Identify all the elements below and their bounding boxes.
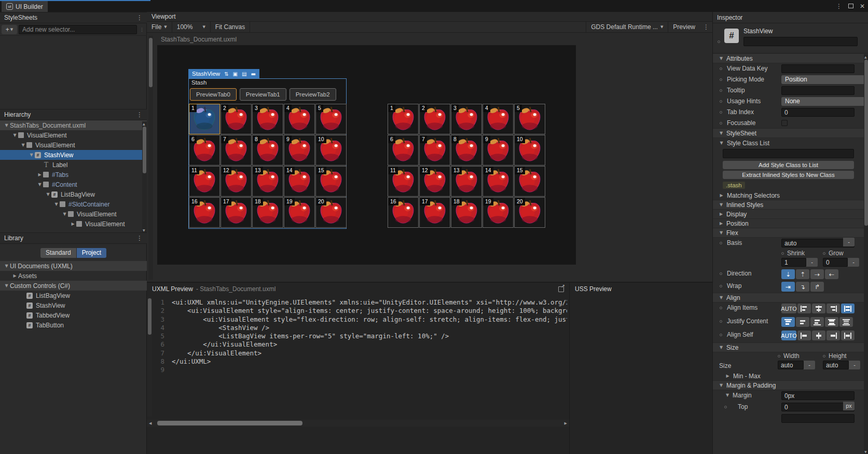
slot-cell-11[interactable]: 11 (189, 166, 220, 197)
stash-tab-previewtab0[interactable]: PreviewTab0 (190, 88, 237, 101)
style-class-list-row[interactable]: ▼Style Class List (713, 138, 864, 148)
collapse-arrow-icon[interactable]: ▼ (53, 202, 60, 207)
collapse-arrow-icon[interactable]: ▼ (3, 264, 10, 268)
direction-column-reverse-button[interactable]: ⇡ (796, 269, 809, 279)
slot-cell-13[interactable]: 13 (252, 166, 283, 197)
tree-row-visualelement[interactable]: ▶VisualElement (0, 219, 147, 229)
slot-cell-13[interactable]: 13 (451, 166, 482, 197)
slot-cell-8[interactable]: 8 (451, 135, 482, 166)
flex-shrink-input[interactable]: 1 (781, 258, 806, 267)
slot-cell-19[interactable]: 19 (483, 197, 514, 228)
margin-input[interactable]: 0px (781, 391, 855, 400)
style-class-input[interactable] (723, 149, 854, 158)
tree-row-stashview[interactable]: ▼#StashView (0, 150, 147, 160)
tree-row--tabs[interactable]: ▶#Tabs (0, 170, 147, 180)
maximize-icon[interactable] (848, 4, 853, 8)
slot-cell-14[interactable]: 14 (284, 166, 315, 197)
wrap-wrap-button[interactable]: ↴ (796, 282, 809, 292)
expand-arrow-icon[interactable]: ▶ (11, 273, 18, 278)
slot-cell-2[interactable]: 2 (419, 104, 450, 134)
library-tab-project[interactable]: Project (77, 248, 106, 258)
slot-cell-17[interactable]: 17 (419, 197, 450, 228)
hierarchy-scrollbar[interactable]: ▲ ▼ (142, 121, 147, 232)
extract-inlined-styles-button[interactable]: Extract Inlined Styles to New Class (723, 171, 854, 179)
slot-cell-16[interactable]: 16 (388, 197, 419, 228)
align-self-flex-end-button[interactable] (826, 331, 840, 340)
slot-cell-9[interactable]: 9 (284, 135, 315, 166)
flex-shrink-unit-dropdown[interactable]: - (806, 258, 818, 267)
justify-center-button[interactable] (796, 317, 809, 327)
expand-arrow-icon[interactable]: ▶ (70, 222, 76, 226)
slot-cell-8[interactable]: 8 (252, 135, 283, 166)
margin-left-input[interactable] (781, 414, 855, 423)
stashview-element[interactable]: Stash PreviewTab0PreviewTab1PreviewTab2 … (188, 78, 347, 229)
section-stylesheet[interactable]: ▼StyleSheet (713, 128, 864, 138)
collapse-arrow-icon[interactable]: ▼ (20, 143, 26, 147)
flex-grow-unit-dropdown[interactable]: - (848, 258, 859, 267)
align-items-flex-end-button[interactable] (826, 304, 840, 313)
inspector-scrollbar[interactable]: ▲ ▼ (864, 54, 868, 454)
selector-options-icon[interactable]: ⋮ (140, 27, 144, 32)
uxml-horizontal-scrollbar[interactable]: ◀ ▶ (147, 420, 569, 427)
slot-cell-4[interactable]: 4 (284, 104, 315, 134)
scroll-left-icon[interactable]: ◀ (149, 421, 151, 425)
slot-cell-20[interactable]: 20 (514, 197, 545, 228)
height-input[interactable]: auto (823, 361, 849, 369)
anchor-horizontal-icon[interactable]: ▣ (233, 71, 238, 77)
file-menu[interactable]: File▼ (147, 22, 172, 32)
slot-cell-11[interactable]: 11 (388, 166, 419, 197)
slot-cell-18[interactable]: 18 (451, 197, 482, 228)
code-line[interactable]: 4 <StashView /> (150, 324, 567, 332)
slot-cell-10[interactable]: 10 (315, 135, 347, 166)
section-flex[interactable]: ▼Flex (713, 228, 864, 238)
preview-toggle-button[interactable]: Preview (668, 22, 700, 32)
tree-row-stashtabs-document-uxml[interactable]: ▼StashTabs_Document.uxml (0, 120, 147, 130)
section-align[interactable]: ▼Align (713, 293, 864, 302)
justify-space-around-button[interactable] (839, 317, 853, 327)
tree-row-listbagview[interactable]: ▼#ListBagView (0, 189, 147, 199)
code-line[interactable]: 1<ui:UXML xmlns:ui="UnityEngine.UIElemen… (150, 298, 567, 307)
code-line[interactable]: 9 (150, 366, 567, 374)
justify-flex-start-button[interactable] (781, 317, 795, 327)
slot-cell-16[interactable]: 16 (189, 197, 220, 228)
tree-section-ui-documents-uxml-[interactable]: ▼UI Documents (UXML) (0, 261, 147, 271)
viewport-menu-icon[interactable]: ⋮ (700, 22, 712, 32)
tree-row-visualelement[interactable]: ▼VisualElement (0, 140, 147, 150)
slot-cell-14[interactable]: 14 (483, 166, 514, 197)
collapse-arrow-icon[interactable]: ▼ (28, 153, 35, 157)
tree-row-tabbutton[interactable]: #TabButton (0, 320, 147, 330)
slot-cell-15[interactable]: 15 (315, 166, 347, 197)
code-line[interactable]: 3 <ui:VisualElement style="flex-directio… (150, 315, 567, 324)
stash-tab-previewtab1[interactable]: PreviewTab1 (240, 88, 286, 101)
flex-grow-input[interactable]: 0 (823, 258, 848, 267)
code-line[interactable]: 2 <ui:VisualElement style="align-items: … (150, 307, 567, 315)
scrollbar-thumb[interactable] (157, 421, 302, 425)
slot-cell-12[interactable]: 12 (419, 166, 450, 197)
code-line[interactable]: 5 <ListBagView items-per-row="5" style="… (150, 332, 567, 340)
stash-tab-previewtab2[interactable]: PreviewTab2 (290, 88, 336, 101)
section-margin-padding[interactable]: ▼Margin & Padding (713, 380, 864, 390)
min-max-row[interactable]: ▶Min - Max (713, 371, 864, 381)
slot-cell-18[interactable]: 18 (252, 197, 283, 228)
element-name-input[interactable] (743, 37, 858, 46)
slot-cell-3[interactable]: 3 (252, 104, 283, 134)
slot-cell-3[interactable]: 3 (451, 104, 482, 134)
direction-column-button[interactable]: ⇣ (781, 269, 795, 279)
direction-row-button[interactable]: ⇢ (810, 269, 824, 279)
wrap-wrap-reverse-button[interactable]: ↱ (810, 282, 824, 292)
ui-builder-tab[interactable]: ui UI Builder (2, 1, 48, 12)
tree-row-label[interactable]: TLabel (0, 160, 147, 170)
align-items-auto-button[interactable]: AUTO (781, 304, 796, 313)
expand-arrow-icon[interactable]: ▶ (36, 172, 43, 177)
picking-mode-dropdown[interactable]: Position▼ (781, 75, 864, 84)
collapse-arrow-icon[interactable]: ▼ (3, 283, 10, 288)
justify-space-between-button[interactable] (825, 317, 838, 327)
tree-row-assets[interactable]: ▶Assets (0, 271, 147, 281)
slot-cell-9[interactable]: 9 (483, 135, 514, 166)
code-line[interactable]: 7 </ui:VisualElement> (150, 349, 567, 357)
slot-cell-20[interactable]: 20 (315, 197, 347, 228)
slot-cell-15[interactable]: 15 (514, 166, 545, 197)
tooltip-input[interactable] (781, 86, 855, 95)
canvas[interactable]: StashView ⇅ ▣ ▤ ▬ Stash PreviewTab0Previ… (157, 45, 576, 265)
collapse-arrow-icon[interactable]: ▼ (61, 212, 68, 216)
